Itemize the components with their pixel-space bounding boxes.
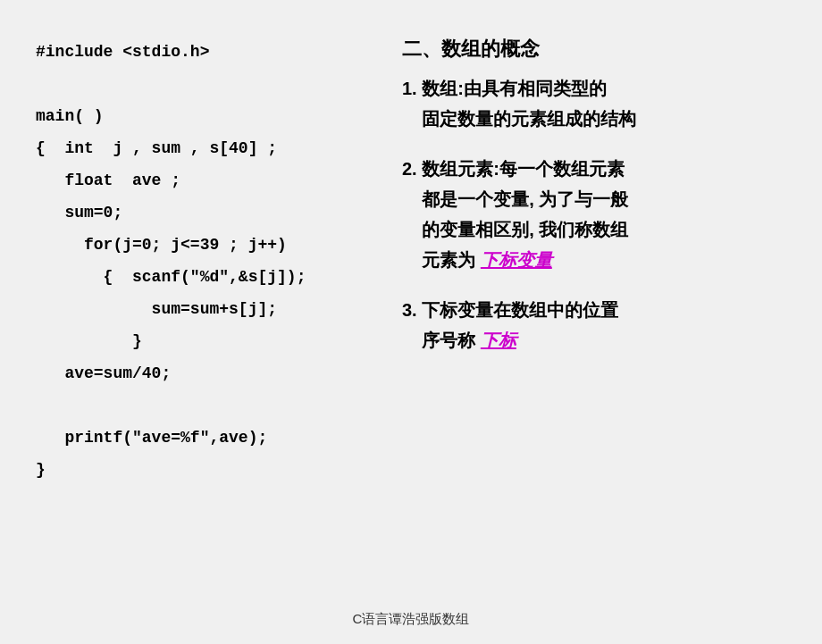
code-line-5: float ave ;: [36, 164, 375, 197]
code-line-12: [36, 389, 375, 422]
code-line-8: { scanf("%d",&s[j]);: [36, 261, 375, 293]
code-line-10: }: [36, 325, 375, 357]
item-2-text: 2. 数组元素:每一个数组元素 都是一个变量, 为了与一般 的变量相区别, 我们…: [402, 154, 786, 275]
code-line-6: sum=0;: [36, 197, 375, 229]
item-2: 2. 数组元素:每一个数组元素 都是一个变量, 为了与一般 的变量相区别, 我们…: [402, 154, 786, 275]
main-container: #include <stdio.h> main( ) { int j , sum…: [0, 0, 822, 644]
code-line-14: }: [36, 454, 375, 486]
highlight-subscript-var: 下标变量: [481, 250, 552, 270]
code-line-1: #include <stdio.h>: [36, 36, 375, 68]
right-panel: 二、数组的概念 1. 数组:由具有相同类型的 固定数量的元素组成的结构 2. 数…: [402, 27, 786, 599]
left-panel: #include <stdio.h> main( ) { int j , sum…: [36, 27, 375, 599]
highlight-subscript: 下标: [481, 330, 516, 350]
item-3: 3. 下标变量在数组中的位置 序号称 下标: [402, 295, 786, 355]
code-block: #include <stdio.h> main( ) { int j , sum…: [36, 36, 375, 486]
code-line-13: printf("ave=%f",ave);: [36, 422, 375, 454]
code-line-3: main( ): [36, 100, 375, 132]
code-line-9: sum=sum+s[j];: [36, 293, 375, 325]
item-3-text: 3. 下标变量在数组中的位置 序号称 下标: [402, 295, 786, 355]
code-line-2: [36, 68, 375, 100]
code-line-4: { int j , sum , s[40] ;: [36, 132, 375, 164]
footer-text: C语言谭浩强版数组: [353, 611, 470, 628]
section-title: 二、数组的概念: [402, 36, 786, 63]
code-line-7: for(j=0; j<=39 ; j++): [36, 229, 375, 261]
item-1: 1. 数组:由具有相同类型的 固定数量的元素组成的结构: [402, 73, 786, 134]
code-line-11: ave=sum/40;: [36, 357, 375, 389]
item-1-text: 1. 数组:由具有相同类型的 固定数量的元素组成的结构: [402, 73, 786, 134]
